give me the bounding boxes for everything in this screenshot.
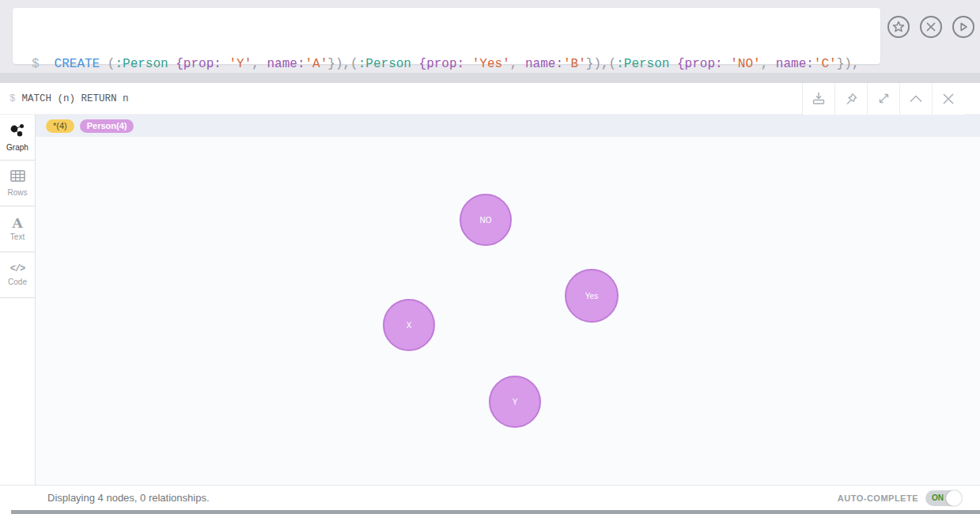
- tab-rows[interactable]: Rows: [0, 161, 35, 206]
- tab-text-label: Text: [10, 232, 25, 241]
- download-button[interactable]: [802, 83, 834, 115]
- play-icon: [958, 21, 969, 32]
- graph-node[interactable]: Y: [489, 376, 541, 428]
- tab-code-label: Code: [8, 278, 27, 286]
- favorite-button[interactable]: [887, 16, 910, 38]
- autocomplete-control: AUTO-COMPLETE ON: [838, 490, 980, 506]
- graph-canvas[interactable]: NOYesXY: [36, 137, 980, 485]
- star-icon: [892, 21, 905, 33]
- graph-node-caption: X: [407, 321, 412, 330]
- expand-icon: [877, 92, 891, 105]
- editor-prompt: $: [32, 57, 55, 71]
- toggle-knob[interactable]: [946, 490, 962, 506]
- top-editor-section: $CREATE (:Person {prop: 'Y', name:'A'}),…: [0, 0, 980, 73]
- close-icon: [942, 93, 955, 105]
- fullscreen-button[interactable]: [867, 83, 899, 115]
- graph-node[interactable]: NO: [460, 194, 512, 246]
- tab-graph[interactable]: Graph: [0, 115, 35, 161]
- collapse-button[interactable]: [899, 83, 932, 115]
- pill-person-label[interactable]: Person(4): [80, 119, 134, 133]
- frame-content: *(4) Person(4) NOYesXY: [36, 115, 980, 485]
- toggle-state-text: ON: [932, 493, 944, 503]
- autocomplete-toggle[interactable]: ON: [925, 490, 962, 506]
- graph-node-caption: Y: [513, 398, 518, 406]
- result-frame: $MATCH (n) RETURN n: [0, 83, 980, 514]
- rows-view-icon: [10, 170, 25, 185]
- horizontal-scrollbar[interactable]: [11, 510, 980, 514]
- collapse-up-icon: [909, 94, 923, 104]
- status-bar: Displaying 4 nodes, 0 relationships. AUT…: [0, 485, 980, 510]
- frame-prompt: $: [9, 93, 22, 104]
- autocomplete-label: AUTO-COMPLETE: [838, 493, 918, 503]
- section-divider: [0, 73, 980, 83]
- tab-text[interactable]: A Text: [0, 206, 35, 252]
- tab-code[interactable]: </> Code: [0, 252, 35, 298]
- tab-graph-label: Graph: [6, 143, 28, 152]
- view-sidebar: Graph Rows A Text </> Code: [0, 115, 36, 485]
- editor-line-1-text: CREATE (:Person {prop: 'Y', name:'A'}),(…: [55, 57, 860, 71]
- graph-node-caption: NO: [480, 216, 492, 225]
- status-text: Displaying 4 nodes, 0 relationships.: [0, 492, 838, 504]
- graph-node-caption: Yes: [585, 292, 598, 300]
- clear-editor-button[interactable]: [920, 16, 942, 38]
- close-frame-button[interactable]: [932, 83, 964, 115]
- pin-icon: [844, 92, 858, 106]
- pin-button[interactable]: [834, 83, 867, 115]
- frame-header: $MATCH (n) RETURN n: [0, 83, 980, 115]
- label-filter-row: *(4) Person(4): [36, 115, 980, 137]
- editor-line-1: $CREATE (:Person {prop: 'Y', name:'A'}),…: [32, 55, 880, 74]
- pill-all-nodes[interactable]: *(4): [46, 119, 74, 133]
- tab-rows-label: Rows: [7, 188, 27, 197]
- graph-view-icon: [9, 123, 25, 140]
- frame-body: Graph Rows A Text </> Code *(4) Person(4…: [0, 115, 980, 485]
- download-icon: [812, 92, 826, 105]
- close-icon: [925, 21, 936, 32]
- graph-node[interactable]: X: [383, 299, 435, 351]
- run-query-button[interactable]: [952, 16, 974, 38]
- graph-node[interactable]: Yes: [565, 269, 619, 323]
- text-view-icon: A: [12, 217, 22, 229]
- frame-toolbar: [802, 83, 964, 115]
- cypher-editor[interactable]: $CREATE (:Person {prop: 'Y', name:'A'}),…: [13, 8, 880, 64]
- frame-command[interactable]: $MATCH (n) RETURN n: [0, 93, 802, 104]
- frame-command-text: MATCH (n) RETURN n: [22, 93, 129, 104]
- code-view-icon: </>: [10, 263, 25, 274]
- editor-actions: [887, 16, 974, 38]
